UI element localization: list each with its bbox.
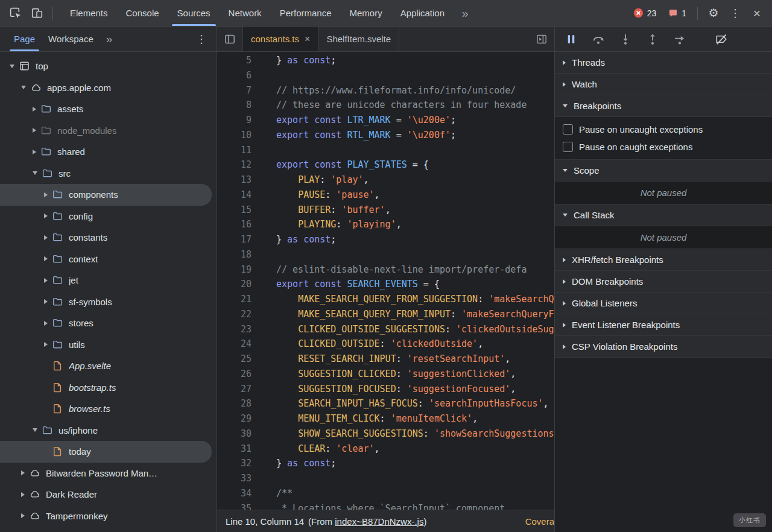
main-menu-button[interactable]: ⋮ — [725, 4, 745, 23]
line-number[interactable]: 26 — [217, 367, 261, 382]
code-line[interactable]: SHOW_SEARCH_SUGGESTIONS: 'showSearchSugg… — [261, 426, 554, 442]
tree-item-stores[interactable]: stores — [0, 312, 212, 334]
section-header-dom-breakpoints[interactable]: DOM Breakpoints — [555, 271, 772, 293]
code-line[interactable]: } as const; — [261, 53, 554, 68]
navigator-tab-page[interactable]: Page — [7, 27, 42, 51]
code-line[interactable]: RESET_SEARCH_INPUT: 'resetSearchInput', — [261, 352, 554, 367]
line-number[interactable]: 12 — [217, 157, 261, 173]
code-line[interactable] — [261, 247, 554, 262]
tree-item-today[interactable]: today — [0, 441, 212, 463]
section-header-scope[interactable]: Scope — [555, 160, 772, 182]
tree-item-config[interactable]: config — [0, 206, 212, 227]
more-panels-button[interactable]: » — [455, 4, 475, 23]
line-number[interactable]: 28 — [217, 396, 261, 411]
code-line[interactable]: CLICKED_OUTSIDE: 'clickedOutside', — [261, 337, 554, 352]
code-line[interactable]: PAUSE: 'pause', — [261, 188, 554, 203]
code-editor[interactable]: 5678910111213141516171819202122232425262… — [217, 52, 554, 510]
caret-down-icon[interactable] — [21, 86, 26, 89]
issues-badge[interactable]: 1 — [668, 8, 686, 18]
source-map-link[interactable]: index~B87DnNzwx-.js — [335, 516, 423, 527]
line-number[interactable]: 10 — [217, 128, 261, 143]
tree-item-dark-reader[interactable]: Dark Reader — [0, 484, 212, 505]
settings-button[interactable]: ⚙ — [703, 4, 724, 23]
code-line[interactable]: CLEAR: 'clear', — [261, 442, 554, 457]
line-number[interactable]: 23 — [217, 322, 261, 337]
code-line[interactable]: MAKE_SEARCH_QUERY_FROM_SUGGESTION: 'make… — [261, 292, 554, 307]
tree-item-sf-symbols[interactable]: sf-symbols — [0, 291, 212, 313]
tree-item-bitwarden-password-man[interactable]: Bitwarden Password Man… — [0, 463, 212, 484]
caret-down-icon[interactable] — [33, 171, 37, 175]
tree-item-jet[interactable]: jet — [0, 270, 212, 291]
line-number[interactable]: 35 — [217, 501, 261, 510]
line-number[interactable]: 21 — [217, 292, 261, 307]
line-number[interactable]: 34 — [217, 486, 261, 501]
code-line[interactable] — [261, 471, 554, 486]
caret-right-icon[interactable] — [33, 107, 36, 112]
section-header-call-stack[interactable]: Call Stack — [555, 204, 772, 226]
code-line[interactable]: export const LTR_MARK = '\u200e'; — [261, 113, 554, 128]
code-line[interactable]: /** — [261, 486, 554, 501]
error-badge[interactable]: 23 — [633, 8, 657, 18]
line-number[interactable]: 27 — [217, 382, 261, 397]
tree-item-bootstrap-ts[interactable]: bootstrap.ts — [0, 377, 212, 399]
caret-right-icon[interactable] — [33, 128, 36, 133]
line-number[interactable]: 24 — [217, 337, 261, 352]
deactivate-breakpoints-button[interactable] — [713, 31, 730, 48]
tree-item-top[interactable]: top — [0, 55, 212, 77]
caret-right-icon[interactable] — [44, 256, 48, 261]
toggle-navigator-button[interactable] — [217, 27, 242, 51]
toggle-debugger-sidebar-button[interactable] — [529, 27, 554, 51]
caret-down-icon[interactable] — [33, 428, 37, 432]
caret-right-icon[interactable] — [33, 150, 36, 154]
line-number[interactable]: 30 — [217, 426, 261, 442]
tree-item-tampermonkey[interactable]: Tampermonkey — [0, 505, 212, 527]
tree-item-constants[interactable]: constants — [0, 227, 212, 249]
tree-item-us-iphone[interactable]: us/iphone — [0, 420, 212, 442]
code-line[interactable]: SUGGESTION_FOCUSED: 'suggestionFocused', — [261, 382, 554, 397]
devtools-tab-performance[interactable]: Performance — [271, 0, 341, 26]
line-number[interactable]: 32 — [217, 456, 261, 471]
line-number[interactable]: 15 — [217, 203, 261, 218]
caret-right-icon[interactable] — [44, 299, 48, 304]
code-line[interactable]: export const RTL_MARK = '\u200f'; — [261, 128, 554, 143]
caret-right-icon[interactable] — [44, 342, 48, 347]
editor-tab-shelfitem-svelte[interactable]: ShelfItem.svelte — [318, 27, 399, 51]
code-line[interactable]: CLICKED_OUTSIDE_SUGGESTIONS: 'clickedOut… — [261, 322, 554, 337]
step-out-button[interactable] — [644, 31, 661, 48]
caret-down-icon[interactable] — [10, 65, 14, 68]
tree-item-context[interactable]: context — [0, 249, 212, 270]
line-number[interactable]: 17 — [217, 232, 261, 247]
section-header-threads[interactable]: Threads — [555, 52, 772, 74]
line-number[interactable]: 9 — [217, 113, 261, 128]
caret-right-icon[interactable] — [44, 321, 48, 326]
editor-tab-constants-ts[interactable]: constants.ts× — [242, 27, 318, 51]
devtools-tab-console[interactable]: Console — [117, 0, 168, 26]
caret-right-icon[interactable] — [21, 492, 25, 497]
code-content[interactable]: } as const;// https://www.fileformat.inf… — [261, 53, 554, 510]
code-line[interactable]: PLAYING: 'playing', — [261, 217, 554, 232]
line-number[interactable]: 7 — [217, 83, 261, 98]
line-number[interactable]: 14 — [217, 188, 261, 203]
tree-item-src[interactable]: src — [0, 163, 212, 185]
option-pause-on-uncaught-exceptions[interactable]: Pause on uncaught exceptions — [555, 121, 772, 138]
line-number[interactable]: 33 — [217, 471, 261, 486]
devtools-tab-sources[interactable]: Sources — [168, 0, 220, 26]
section-header-global-listeners[interactable]: Global Listeners — [555, 293, 772, 314]
tree-item-utils[interactable]: utils — [0, 334, 212, 356]
navigator-tab-workspace[interactable]: Workspace — [42, 27, 100, 51]
caret-right-icon[interactable] — [44, 214, 48, 218]
devtools-tab-application[interactable]: Application — [391, 0, 454, 26]
caret-right-icon[interactable] — [21, 470, 25, 475]
step-button[interactable] — [671, 31, 688, 48]
caret-right-icon[interactable] — [44, 192, 48, 197]
devtools-tab-elements[interactable]: Elements — [61, 0, 117, 26]
section-header-watch[interactable]: Watch — [555, 74, 772, 95]
tree-item-apps-apple-com[interactable]: apps.apple.com — [0, 77, 212, 99]
tree-item-shared[interactable]: shared — [0, 141, 212, 163]
step-into-button[interactable] — [617, 31, 634, 48]
code-line[interactable]: // these are unicode characters in four … — [261, 98, 554, 113]
pause-button[interactable] — [563, 31, 580, 48]
inspect-element-button[interactable] — [5, 4, 25, 23]
navigator-menu-button[interactable]: ⋮ — [186, 33, 217, 46]
code-line[interactable]: // eslint-disable-next-line import/prefe… — [261, 262, 554, 277]
